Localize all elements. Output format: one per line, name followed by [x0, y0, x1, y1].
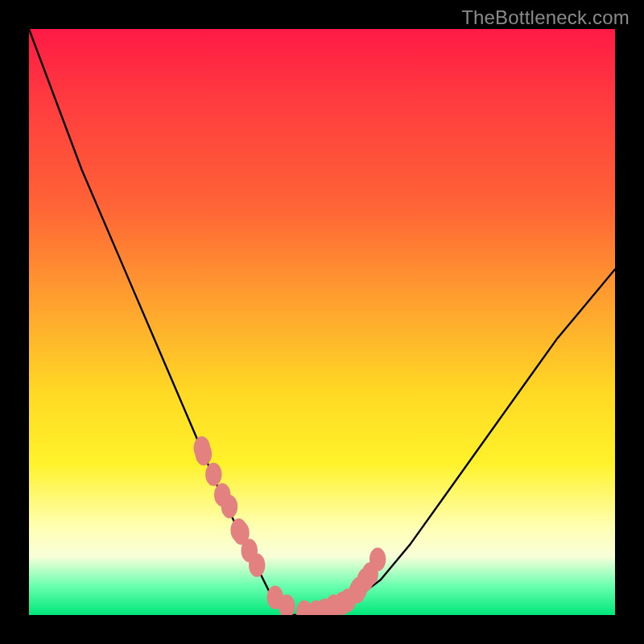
curve-marker — [369, 547, 386, 571]
plot-area — [29, 29, 615, 615]
chart-frame: TheBottleneck.com — [0, 0, 644, 644]
curve-marker — [196, 442, 212, 465]
bottleneck-curve — [29, 29, 615, 615]
curve-marker — [205, 463, 221, 486]
curve-marker — [249, 554, 265, 577]
curve-layer — [29, 29, 615, 615]
watermark-text: TheBottleneck.com — [461, 6, 630, 29]
marker-group — [194, 436, 386, 615]
curve-marker — [221, 495, 237, 518]
